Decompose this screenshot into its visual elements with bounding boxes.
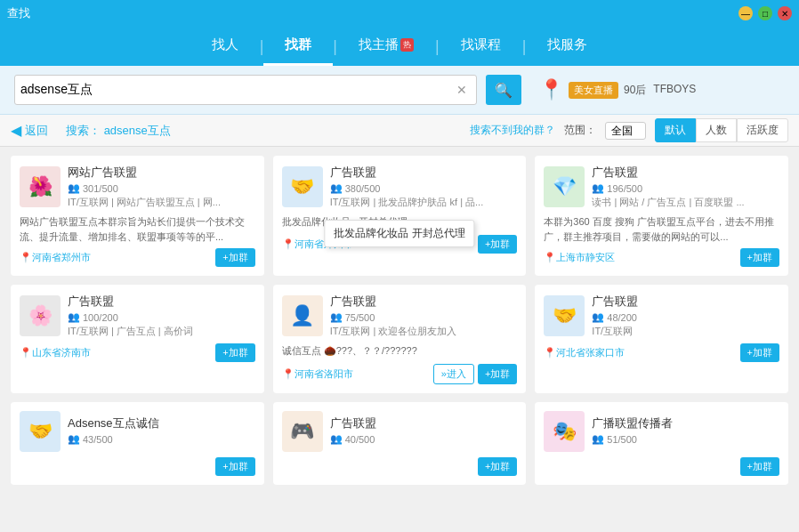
card-name: 广告联盟 [330,294,518,310]
card-header: 🤝 Adsense互点诚信 👥 43/500 [20,411,255,452]
join-button[interactable]: +加群 [215,248,254,267]
join-button[interactable]: +加群 [740,457,779,476]
card-name: 广告联盟 [330,165,518,181]
card-info: Adsense互点诚信 👥 43/500 [68,415,255,447]
range-select[interactable]: 全国 本省 本市 [605,122,646,140]
member-icon: 👥 [68,182,80,194]
live-badge[interactable]: 美女直播 [569,82,618,99]
card-meta: 👥 100/200 [68,311,255,323]
group-avatar: 🤝 [20,411,61,452]
sort-tab-default[interactable]: 默认 [655,118,696,142]
card-footer: 📍河南省洛阳市 »进入 +加群 [282,364,518,384]
sort-tabs: 默认 人数 活跃度 [655,118,788,142]
member-icon: 👥 [68,311,80,323]
clear-icon[interactable]: ✕ [453,83,471,97]
card-info: 广告联盟 👥 196/500 读书 | 网站 / 广告互点 | 百度联盟 ... [592,165,779,209]
group-avatar: 🌺 [20,166,61,207]
join-button[interactable]: +加群 [215,457,254,476]
card-meta: 👥 301/500 [68,182,255,194]
group-avatar: 🤝 [282,166,323,207]
group-card-grid: 🌺 网站广告联盟 👥 301/500 IT/互联网 | 网站广告联盟互点 | 网… [11,156,788,485]
card-footer: 📍上海市静安区 +加群 [544,248,779,267]
location-text: 📍上海市静安区 [544,251,615,264]
group-card[interactable]: 🌸 广告联盟 👥 100/200 IT/互联网 | 广告互点 | 高价词 📍山东… [11,285,264,393]
no-group-link[interactable]: 搜索不到我的群？ [470,123,555,138]
location-icon: 📍 [539,78,563,101]
group-card[interactable]: 🎭 广播联盟传播者 👥 51/500 +加群 [535,402,788,485]
card-tags: IT/互联网 | 批发品牌护肤品 kf | 品... [330,196,518,209]
card-desc: 本群为360 百度 搜狗 广告联盟互点平台，进去不用推广，群主推荐项目，需要做的… [544,214,779,243]
member-count: 196/500 [607,183,642,194]
member-count: 51/500 [607,434,637,445]
search-input[interactable] [20,83,453,97]
card-footer: +加群 [282,457,518,476]
group-avatar: 💎 [544,166,585,207]
card-desc: 诚信互点 🌰???、？？/?????? [282,343,518,359]
card-header: 🌸 广告联盟 👥 100/200 IT/互联网 | 广告互点 | 高价词 [20,294,255,338]
group-card[interactable]: 💎 广告联盟 👥 196/500 读书 | 网站 / 广告互点 | 百度联盟 .… [535,156,788,276]
location-widget: 📍 美女直播 90后 TFBOYS [539,78,696,101]
member-icon: 👥 [592,433,604,445]
group-card[interactable]: 🌺 网站广告联盟 👥 301/500 IT/互联网 | 网站广告联盟互点 | 网… [11,156,264,276]
join-button[interactable]: +加群 [478,235,517,254]
close-button[interactable]: ✕ [778,6,792,20]
group-card[interactable]: 🤝 Adsense互点诚信 👥 43/500 +加群 [11,402,264,485]
card-header: 🤝 广告联盟 👥 380/500 IT/互联网 | 批发品牌护肤品 kf | 品… [282,165,518,209]
card-meta: 👥 40/500 [330,433,518,445]
title-bar: 查找 — □ ✕ [0,0,799,27]
card-footer: +加群 [20,457,255,476]
join-button[interactable]: +加群 [478,364,517,384]
group-avatar: 👤 [282,295,323,336]
join-button[interactable]: +加群 [740,343,779,362]
member-icon: 👥 [330,433,343,445]
join-button[interactable]: +加群 [215,343,254,362]
search-info: 搜索： adsense互点 [66,123,461,139]
card-info: 广告联盟 👥 75/500 IT/互联网 | 欢迎各位朋友加入 [330,294,518,338]
enter-button[interactable]: »进入 [433,364,474,384]
card-header: 👤 广告联盟 👥 75/500 IT/互联网 | 欢迎各位朋友加入 [282,294,518,338]
join-button[interactable]: +加群 [740,248,779,267]
card-info: 网站广告联盟 👥 301/500 IT/互联网 | 网站广告联盟互点 | 网..… [68,165,255,209]
group-card[interactable]: 🎮 广告联盟 👥 40/500 +加群 [273,402,527,485]
hot-badge: 热 [400,38,414,52]
nav-item-live[interactable]: 找主播 热 [337,27,435,66]
join-button[interactable]: +加群 [478,457,517,476]
card-name: 广告联盟 [592,294,779,310]
card-name: 广播联盟传播者 [592,415,779,431]
window-controls: — □ ✕ [738,6,792,20]
search-button[interactable]: 🔍 [486,75,521,105]
card-name: 网站广告联盟 [68,165,255,181]
member-icon: 👥 [68,433,80,445]
card-info: 广播联盟传播者 👥 51/500 [592,415,779,447]
nav-item-group[interactable]: 找群 [263,27,333,66]
sort-tab-activity[interactable]: 活跃度 [737,118,788,142]
tag-tfboys[interactable]: TFBOYS [653,83,696,98]
group-avatar: 🤝 [544,295,585,336]
tag-90s[interactable]: 90后 [624,83,646,98]
group-avatar: 🎭 [544,411,585,452]
maximize-button[interactable]: □ [758,6,772,20]
sub-header: ◀ 返回 搜索： adsense互点 搜索不到我的群？ 范围： 全国 本省 本市… [0,115,799,147]
sort-tab-members[interactable]: 人数 [696,118,737,142]
member-count: 301/500 [83,183,118,194]
member-icon: 👥 [592,182,604,194]
nav-item-people[interactable]: 找人 [190,27,260,66]
group-card[interactable]: 🤝 广告联盟 👥 48/200 IT/互联网 📍河北省张家口市 +加群 [535,285,788,393]
card-tags: IT/互联网 | 欢迎各位朋友加入 [330,325,518,338]
back-button[interactable]: ◀ 返回 [11,122,48,139]
card-meta: 👥 51/500 [592,433,779,445]
nav-item-service[interactable]: 找服务 [526,27,609,66]
card-header: 🌺 网站广告联盟 👥 301/500 IT/互联网 | 网站广告联盟互点 | 网… [20,165,255,209]
card-footer: +加群 [544,457,779,476]
card-meta: 👥 43/500 [68,433,255,445]
nav-item-course[interactable]: 找课程 [440,27,522,66]
card-meta: 👥 48/200 [592,311,779,323]
group-card[interactable]: 👤 广告联盟 👥 75/500 IT/互联网 | 欢迎各位朋友加入 诚信互点 🌰… [273,285,527,393]
minimize-button[interactable]: — [738,6,753,20]
location-text: 📍河南省洛阳市 [282,367,353,381]
card-info: 广告联盟 👥 100/200 IT/互联网 | 广告互点 | 高价词 [68,294,255,338]
group-card[interactable]: 🤝 广告联盟 👥 380/500 IT/互联网 | 批发品牌护肤品 kf | 品… [273,156,527,276]
card-info: 广告联盟 👥 380/500 IT/互联网 | 批发品牌护肤品 kf | 品..… [330,165,518,209]
group-avatar: 🎮 [282,411,323,452]
member-count: 40/500 [345,434,375,445]
